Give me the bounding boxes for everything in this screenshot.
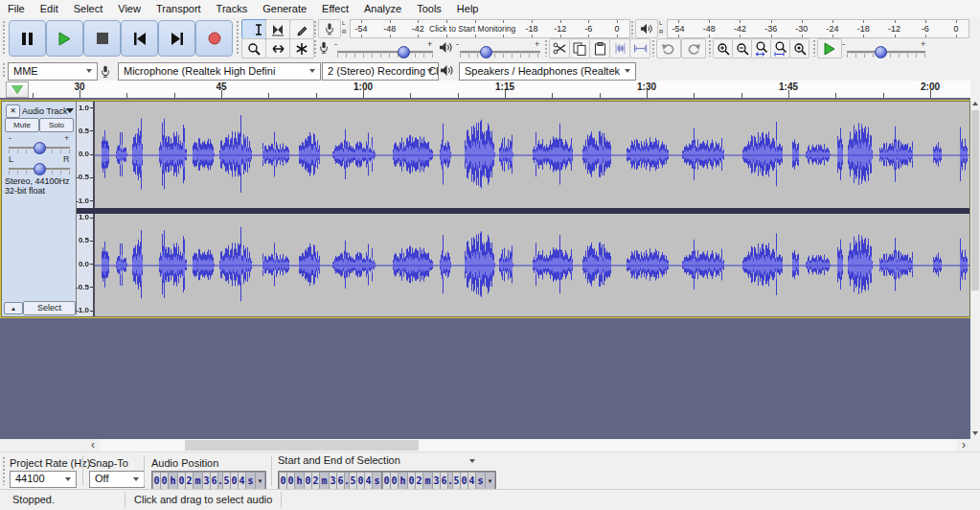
time-digit[interactable]: 0	[461, 473, 467, 489]
recording-meter-grip[interactable]	[313, 20, 317, 37]
time-digit[interactable]: 3	[330, 473, 336, 489]
menu-tracks[interactable]: Tracks	[209, 0, 256, 17]
zoom-toggle-button[interactable]	[789, 38, 809, 58]
trim-outside-selection-button[interactable]	[609, 38, 630, 58]
mute-button[interactable]: Mute	[5, 118, 39, 132]
track-collapse-button[interactable]: ▲	[4, 302, 23, 314]
time-digit[interactable]: 0	[287, 473, 294, 489]
time-digit[interactable]: 3	[203, 473, 210, 489]
selection-toolbar-grip[interactable]	[2, 456, 6, 485]
recording-channels-select[interactable]: 2 (Stereo) Recording Chai	[322, 62, 439, 81]
time-digit[interactable]: 5	[223, 473, 230, 489]
selection-start-field[interactable]: 00h02m36.504s▼	[278, 471, 393, 491]
time-digit[interactable]: s	[373, 473, 381, 489]
waveform-channel-1[interactable]	[95, 102, 969, 208]
time-digit[interactable]: h	[169, 473, 177, 489]
undo-toolbar-grip[interactable]	[651, 39, 655, 57]
time-shift-tool-button[interactable]	[265, 38, 290, 58]
waveform-channel-2[interactable]	[95, 214, 969, 316]
time-digit[interactable]: 2	[312, 473, 319, 489]
copy-button[interactable]	[569, 38, 590, 58]
snap-to-select[interactable]: Off	[89, 471, 145, 488]
horizontal-scroll-thumb[interactable]	[185, 440, 419, 451]
time-digit[interactable]: 0	[178, 473, 185, 489]
track-select-button[interactable]: Select	[23, 301, 76, 315]
track-close-button[interactable]: ✕	[6, 104, 20, 118]
time-digit[interactable]: 5	[350, 473, 356, 489]
redo-button[interactable]	[681, 38, 706, 58]
vertical-scroll-thumb[interactable]	[971, 110, 979, 290]
tools-toolbar-grip[interactable]	[236, 20, 239, 56]
time-digit[interactable]: 2	[186, 473, 193, 489]
menu-transport[interactable]: Transport	[148, 0, 209, 17]
project-rate-select[interactable]: 44100	[10, 471, 77, 488]
undo-button[interactable]	[656, 38, 681, 58]
time-digit[interactable]: 0	[383, 473, 390, 489]
menu-generate[interactable]: Generate	[255, 0, 314, 17]
silence-selection-button[interactable]	[629, 38, 650, 58]
time-digit[interactable]: 0	[357, 473, 364, 489]
scroll-down-arrow[interactable]	[970, 428, 980, 439]
time-digit[interactable]: 4	[239, 473, 245, 489]
time-digit[interactable]: 0	[408, 473, 415, 489]
time-digit[interactable]: m	[194, 473, 202, 489]
menu-tools[interactable]: Tools	[409, 0, 449, 17]
device-toolbar-grip[interactable]	[2, 62, 6, 79]
skip-to-start-button[interactable]	[121, 20, 158, 57]
stop-button[interactable]	[83, 20, 121, 57]
envelope-tool-button[interactable]	[265, 19, 290, 39]
gain-slider[interactable]	[9, 141, 70, 154]
zoom-tool-button[interactable]	[241, 38, 266, 58]
time-digit[interactable]: h	[295, 473, 304, 489]
solo-button[interactable]: Solo	[39, 118, 74, 132]
menu-edit[interactable]: Edit	[33, 0, 66, 17]
play-speed-thumb[interactable]	[875, 46, 887, 58]
edit-toolbar-grip[interactable]	[544, 39, 548, 57]
time-digit[interactable]: 6	[337, 473, 344, 489]
scroll-left-arrow[interactable]: ‹	[86, 439, 100, 452]
record-button[interactable]	[195, 20, 233, 57]
menu-help[interactable]: Help	[449, 0, 487, 17]
time-format-dropdown-icon[interactable]: ▼	[256, 473, 264, 489]
paste-button[interactable]	[589, 38, 610, 58]
time-digit[interactable]: 2	[416, 473, 422, 489]
time-digit[interactable]: m	[320, 473, 329, 489]
menu-analyze[interactable]: Analyze	[356, 0, 409, 17]
time-digit[interactable]: 6	[441, 473, 447, 489]
zoom-toolbar-grip[interactable]	[708, 39, 712, 57]
play-button[interactable]	[46, 20, 83, 57]
recording-device-select[interactable]: Microphone (Realtek High Defini	[118, 62, 321, 81]
selection-end-field[interactable]: 00h02m36.504s▼	[381, 471, 496, 491]
time-digit[interactable]: 0	[280, 473, 286, 489]
scroll-right-arrow[interactable]: ›	[957, 439, 970, 452]
selection-mode-select[interactable]: Start and End of Selection	[278, 454, 477, 469]
time-format-dropdown-icon[interactable]: ▼	[486, 473, 494, 489]
vertical-ruler-channel-1[interactable]	[77, 102, 95, 208]
draw-tool-button[interactable]	[289, 19, 314, 39]
playback-meter[interactable]: -54-48-42-36-30-24-18-12-60	[667, 19, 969, 38]
time-digit[interactable]: 0	[391, 473, 398, 489]
recording-meter-mic-button[interactable]	[318, 19, 341, 38]
time-digit[interactable]: 0	[231, 473, 238, 489]
pinned-play-head-button[interactable]	[6, 81, 29, 98]
pause-button[interactable]	[9, 20, 46, 57]
time-digit[interactable]: 5	[453, 473, 460, 489]
scroll-up-arrow[interactable]	[970, 98, 980, 109]
time-digit[interactable]: 4	[468, 473, 475, 489]
recording-meter[interactable]: Click to Start Monitoring -54-48-42-18-1…	[350, 19, 630, 38]
time-digit[interactable]: 0	[161, 473, 168, 489]
play-at-speed-button[interactable]	[817, 38, 842, 58]
time-digit[interactable]: s	[476, 473, 485, 489]
time-digit[interactable]: .	[448, 473, 452, 489]
gain-thumb[interactable]	[34, 142, 46, 154]
pan-thumb[interactable]	[34, 163, 46, 175]
time-digit[interactable]: s	[246, 473, 255, 489]
horizontal-scrollbar[interactable]	[100, 439, 957, 452]
zoom-fit-button[interactable]	[770, 38, 790, 58]
monitoring-hint[interactable]: Click to Start Monitoring	[427, 24, 517, 34]
cut-button[interactable]	[549, 38, 570, 58]
zoom-out-button[interactable]	[732, 38, 752, 58]
vertical-ruler-channel-2[interactable]	[77, 214, 95, 316]
time-digit[interactable]: 0	[305, 473, 311, 489]
time-digit[interactable]: .	[345, 473, 349, 489]
